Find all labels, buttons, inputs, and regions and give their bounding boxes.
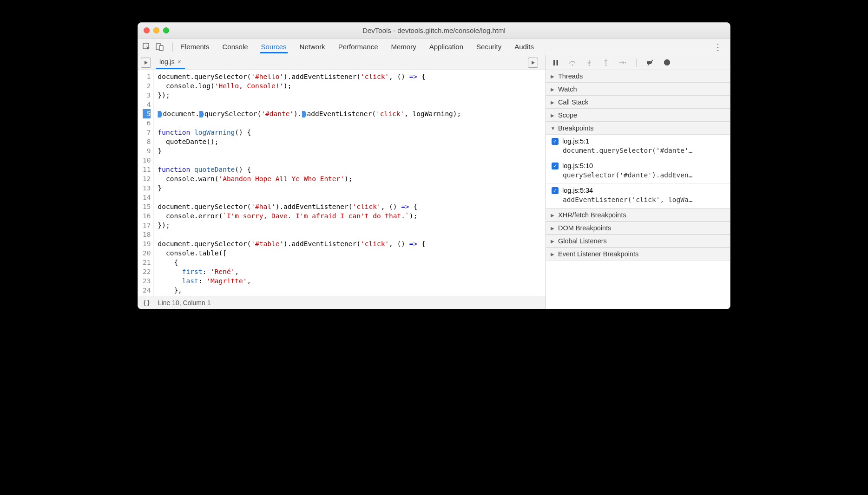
panel-tab-security[interactable]: Security bbox=[475, 40, 502, 53]
svg-point-6 bbox=[589, 65, 590, 66]
panel-tab-sources[interactable]: Sources bbox=[260, 40, 288, 53]
editor-column: log.js × 1234567891011121314151617181920… bbox=[138, 55, 546, 309]
panel-tab-performance[interactable]: Performance bbox=[337, 40, 379, 53]
svg-point-5 bbox=[572, 64, 573, 65]
svg-rect-2 bbox=[159, 46, 163, 51]
show-navigator-icon[interactable] bbox=[141, 58, 151, 68]
deactivate-breakpoints-icon[interactable] bbox=[646, 59, 654, 66]
more-tabs-icon[interactable] bbox=[528, 58, 538, 68]
step-into-icon[interactable] bbox=[585, 59, 593, 66]
pause-icon[interactable] bbox=[552, 59, 560, 66]
file-tab-logjs[interactable]: log.js × bbox=[156, 56, 185, 69]
pane-xhr-fetch-breakpoints[interactable]: ▶XHR/fetch Breakpoints bbox=[546, 208, 730, 221]
breakpoint-item[interactable]: ✓log.js:5:34addEventListener('click', lo… bbox=[546, 184, 730, 208]
pretty-print-icon[interactable]: {} bbox=[143, 299, 151, 306]
window-title: DevTools - devtools.glitch.me/console/lo… bbox=[138, 26, 730, 34]
main-toolbar: ElementsConsoleSourcesNetworkPerformance… bbox=[138, 39, 730, 55]
panel-tab-memory[interactable]: Memory bbox=[390, 40, 417, 53]
panel-tabs: ElementsConsoleSourcesNetworkPerformance… bbox=[179, 40, 535, 53]
panel-tab-audits[interactable]: Audits bbox=[513, 40, 535, 53]
breakpoint-item[interactable]: ✓log.js:5:10querySelector('#dante').addE… bbox=[546, 159, 730, 184]
svg-point-8 bbox=[625, 62, 626, 63]
cursor-position: Line 10, Column 1 bbox=[158, 299, 211, 306]
code-content[interactable]: document.querySelector('#hello').addEven… bbox=[154, 70, 546, 296]
breakpoint-checkbox[interactable]: ✓ bbox=[552, 163, 559, 169]
pane-breakpoints[interactable]: ▼Breakpoints bbox=[546, 122, 730, 135]
step-icon[interactable] bbox=[618, 60, 627, 65]
pane-event-listener-breakpoints[interactable]: ▶Event Listener Breakpoints bbox=[546, 248, 730, 261]
debugger-sidebar: ▶Threads▶Watch▶Call Stack▶Scope▼Breakpoi… bbox=[546, 55, 730, 309]
inspect-element-icon[interactable] bbox=[142, 42, 152, 52]
breakpoint-snippet: querySelector('#dante').addEven… bbox=[552, 169, 725, 179]
breakpoint-checkbox[interactable]: ✓ bbox=[552, 138, 559, 145]
debugger-toolbar bbox=[546, 55, 730, 70]
step-out-icon[interactable] bbox=[602, 59, 610, 66]
file-tab-label: log.js bbox=[159, 58, 175, 65]
breakpoint-item[interactable]: ✓log.js:5:1document.querySelector('#dant… bbox=[546, 135, 730, 159]
close-tab-icon[interactable]: × bbox=[178, 58, 181, 65]
line-gutter[interactable]: 123456789101112131415161718192021222324 bbox=[138, 70, 154, 296]
code-editor[interactable]: 123456789101112131415161718192021222324 … bbox=[138, 70, 546, 296]
step-over-icon[interactable] bbox=[568, 59, 577, 66]
pane-threads[interactable]: ▶Threads bbox=[546, 70, 730, 83]
device-toolbar-icon[interactable] bbox=[155, 42, 165, 52]
pane-watch[interactable]: ▶Watch bbox=[546, 83, 730, 96]
pane-scope[interactable]: ▶Scope bbox=[546, 109, 730, 122]
file-tabbar: log.js × bbox=[138, 55, 546, 70]
panel-tab-console[interactable]: Console bbox=[222, 40, 249, 53]
breakpoint-snippet: document.querySelector('#dante'… bbox=[552, 145, 725, 154]
panel-tab-elements[interactable]: Elements bbox=[179, 40, 210, 53]
pause-on-exceptions-icon[interactable] bbox=[663, 59, 671, 66]
titlebar: DevTools - devtools.glitch.me/console/lo… bbox=[138, 23, 730, 39]
svg-rect-4 bbox=[557, 60, 559, 65]
breakpoint-location: log.js:5:1 bbox=[562, 137, 589, 145]
pane-call-stack[interactable]: ▶Call Stack bbox=[546, 96, 730, 109]
devtools-window: DevTools - devtools.glitch.me/console/lo… bbox=[138, 22, 730, 309]
breakpoint-location: log.js:5:34 bbox=[562, 187, 593, 194]
more-options-icon[interactable]: ⋮ bbox=[710, 41, 726, 52]
svg-rect-3 bbox=[553, 60, 555, 65]
pane-dom-breakpoints[interactable]: ▶DOM Breakpoints bbox=[546, 221, 730, 234]
panel-tab-application[interactable]: Application bbox=[428, 40, 464, 53]
breakpoint-location: log.js:5:10 bbox=[562, 162, 593, 169]
panel-tab-network[interactable]: Network bbox=[299, 40, 326, 53]
breakpoint-checkbox[interactable]: ✓ bbox=[552, 187, 559, 194]
svg-point-7 bbox=[605, 65, 607, 66]
pane-global-listeners[interactable]: ▶Global Listeners bbox=[546, 234, 730, 248]
breakpoint-snippet: addEventListener('click', logWa… bbox=[552, 194, 725, 203]
editor-status-bar: {} Line 10, Column 1 bbox=[138, 296, 546, 309]
